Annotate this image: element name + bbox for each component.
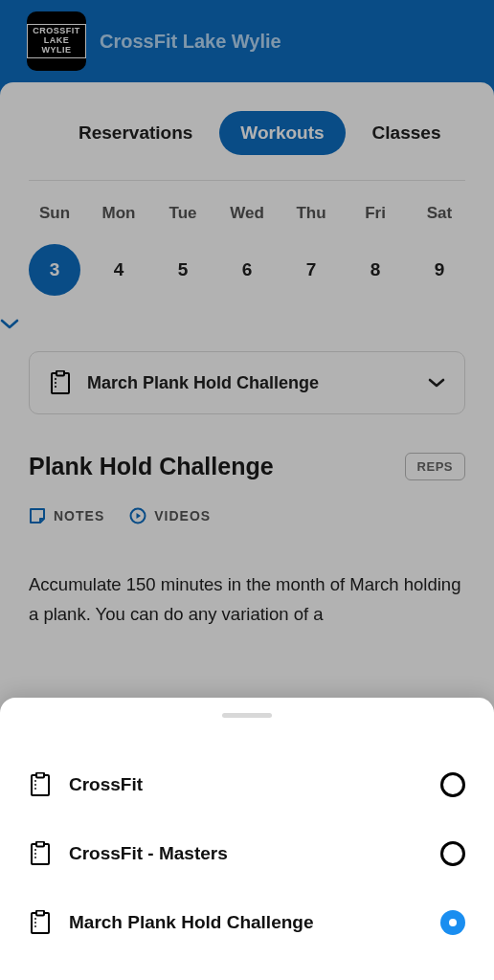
program-option-label: CrossFit - Masters <box>69 843 423 864</box>
program-option[interactable]: CrossFit - Masters <box>29 819 465 888</box>
clipboard-icon <box>29 771 52 798</box>
radio-selected-icon <box>440 910 465 935</box>
program-option[interactable]: March Plank Hold Challenge <box>29 888 465 957</box>
radio-unselected-icon <box>440 841 465 866</box>
clipboard-icon <box>29 909 52 936</box>
svg-point-9 <box>34 784 36 786</box>
bottom-sheet: CrossFitCrossFit - MastersMarch Plank Ho… <box>0 698 494 980</box>
program-option-label: CrossFit <box>69 774 423 795</box>
program-options: CrossFitCrossFit - MastersMarch Plank Ho… <box>29 750 465 957</box>
sheet-grabber[interactable] <box>222 713 272 718</box>
svg-point-13 <box>34 849 36 851</box>
svg-point-19 <box>34 922 36 924</box>
svg-point-14 <box>34 853 36 855</box>
svg-point-18 <box>34 918 36 920</box>
svg-point-8 <box>34 780 36 782</box>
svg-point-20 <box>34 925 36 927</box>
svg-rect-12 <box>36 842 44 847</box>
svg-rect-17 <box>36 911 44 916</box>
svg-point-10 <box>34 788 36 790</box>
clipboard-icon <box>29 840 52 867</box>
program-option-label: March Plank Hold Challenge <box>69 912 423 933</box>
program-option[interactable]: CrossFit <box>29 750 465 819</box>
svg-point-15 <box>34 857 36 858</box>
radio-unselected-icon <box>440 772 465 797</box>
svg-rect-7 <box>36 773 44 778</box>
